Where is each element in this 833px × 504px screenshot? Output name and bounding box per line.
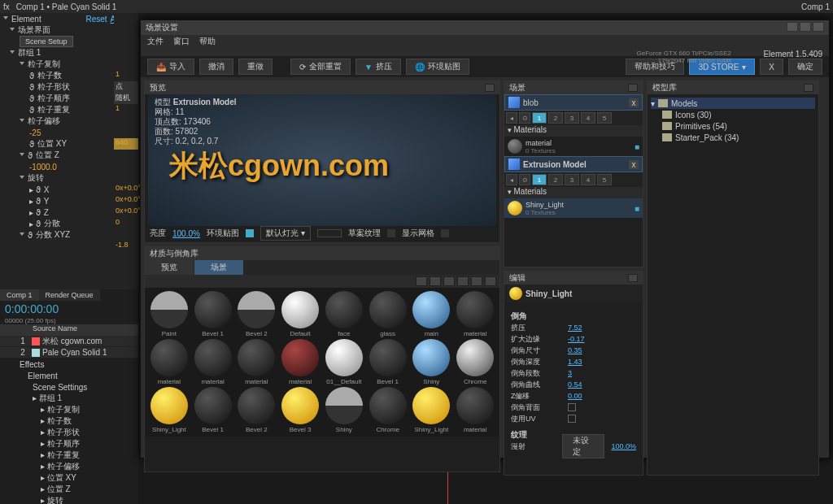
p-order[interactable]: 粒子顺序	[37, 93, 70, 104]
model-folder[interactable]: Primitives (54)	[651, 120, 815, 132]
scene-setup-button[interactable]: Scene Setup	[20, 36, 73, 47]
ry-val[interactable]: 0x+0.0°	[114, 195, 138, 206]
ok-button[interactable]: 确定	[788, 59, 822, 75]
material-item[interactable]: material	[148, 339, 190, 385]
prop-value[interactable]: -0.17	[568, 335, 585, 343]
pos-z-value[interactable]: -1000.0	[29, 163, 57, 172]
model-folder[interactable]: Starter_Pack (34)	[651, 132, 815, 143]
material-item[interactable]: material	[454, 291, 496, 337]
material-item[interactable]: Bevel 1	[367, 339, 409, 385]
extrude-button[interactable]: ▼挤压	[355, 59, 401, 75]
diffuse-dropdown[interactable]: 未设定	[562, 434, 605, 458]
material-item[interactable]: material	[236, 339, 278, 385]
material-item[interactable]: Bevel 2	[236, 291, 278, 337]
grid-checkbox[interactable]	[441, 229, 449, 237]
group-slot-1[interactable]: 1	[532, 174, 547, 185]
tl-prop[interactable]: ▸ 粒子数	[0, 415, 138, 427]
porder-val[interactable]: 随机	[114, 93, 138, 104]
p-repeat[interactable]: 粒子重复	[37, 104, 70, 115]
tl-prop[interactable]: ▸ 粒子形状	[0, 427, 138, 438]
prop-value[interactable]: 1.43	[568, 358, 582, 366]
use-uv-check[interactable]	[568, 415, 576, 423]
material-item[interactable]: Chrome	[454, 339, 496, 385]
scene-obj-extrusion[interactable]: Extrusion Modelx	[504, 156, 643, 172]
scale-xyz[interactable]: 分数 XYZ	[36, 229, 70, 241]
tl-element[interactable]: Element	[28, 371, 58, 380]
layer-row[interactable]: 1米松 cgown.com	[0, 336, 138, 347]
pcount-val[interactable]: 1	[114, 70, 138, 81]
posxy-val[interactable]: 640	[114, 138, 138, 150]
prop-value[interactable]: 0.35	[568, 346, 582, 354]
menu-window[interactable]: 窗口	[173, 36, 190, 47]
material-item[interactable]: Shiny_Light	[148, 387, 190, 433]
group-slot-2[interactable]: 2	[548, 112, 563, 124]
tl-prop[interactable]: ▸ 群组 1	[0, 393, 138, 404]
prop-value[interactable]: 3	[568, 369, 572, 377]
effect-name[interactable]: Element	[11, 15, 41, 24]
tl-prop[interactable]: ▸ 位置 XY	[0, 472, 138, 484]
models-root[interactable]: ▾Models	[651, 98, 815, 109]
slot-tool[interactable]: ⊙	[519, 174, 530, 185]
panel-collapse[interactable]	[485, 84, 495, 92]
slot-tool[interactable]: ⊙	[519, 112, 530, 124]
material-item[interactable]: Bevel 1	[192, 291, 234, 337]
tl-render-queue[interactable]: Render Queue	[39, 289, 100, 301]
tl-prop[interactable]: ▸ 粒子重复	[0, 450, 138, 461]
material-item[interactable]: glass	[367, 291, 409, 337]
ext-close[interactable]: x	[629, 160, 639, 169]
material-item[interactable]: Bevel 2	[236, 387, 278, 433]
rot-y[interactable]: Y	[44, 197, 50, 206]
rot-z[interactable]: Z	[44, 208, 49, 217]
scene-collapse[interactable]	[628, 84, 638, 92]
light-dropdown[interactable]: 默认灯光 ▾	[260, 226, 311, 241]
menu-file[interactable]: 文件	[147, 36, 164, 47]
p-count[interactable]: 粒子数	[37, 70, 62, 81]
x-button[interactable]: X	[760, 59, 783, 75]
material-item[interactable]: Shiny_Light	[411, 387, 453, 433]
mat-tool-2[interactable]	[430, 276, 441, 286]
scale-val[interactable]: -1.8	[114, 241, 138, 252]
tl-comp-tab[interactable]: Comp 1	[0, 289, 39, 301]
slot-tool[interactable]: ◂	[506, 174, 517, 185]
group-slot-2[interactable]: 2	[548, 174, 563, 185]
group-slot-5[interactable]: 5	[597, 174, 612, 185]
prepeat-val[interactable]: 1	[114, 104, 138, 115]
wire-checkbox[interactable]	[387, 229, 395, 237]
material-item[interactable]: material	[192, 339, 234, 385]
models-collapse[interactable]	[804, 84, 813, 92]
mat-tool-5[interactable]	[471, 276, 482, 286]
env-button[interactable]: 🌐环境贴图	[406, 59, 469, 75]
slot-tool[interactable]: ◂	[506, 112, 517, 124]
pos-z[interactable]: 位置 Z	[36, 150, 59, 161]
mat-tab-preview[interactable]: 预览	[145, 260, 194, 275]
material-item[interactable]: Paint	[148, 291, 190, 337]
scatter[interactable]: 分散	[44, 218, 60, 229]
mat-section-2[interactable]: Materials	[514, 187, 547, 196]
material-item[interactable]: Bevel 1	[192, 387, 234, 433]
rz-val[interactable]: 0x+0.0°	[114, 206, 138, 218]
timecode[interactable]: 0:00:00:00	[0, 301, 138, 317]
window-min[interactable]	[787, 22, 798, 32]
prop-value[interactable]: 7.52	[568, 324, 582, 332]
rot-x[interactable]: X	[44, 185, 50, 194]
color-swatch[interactable]	[317, 229, 342, 237]
back-bevel-check[interactable]	[568, 403, 576, 411]
mat-section-1[interactable]: Materials	[514, 125, 547, 134]
tl-prop[interactable]: ▸ 旋转	[0, 495, 138, 504]
group-slot-5[interactable]: 5	[597, 112, 612, 124]
tl-prop[interactable]: ▸ 粒子复制	[0, 404, 138, 415]
menu-help[interactable]: 帮助	[199, 36, 216, 47]
group-1[interactable]: 群组 1	[18, 47, 41, 59]
pshape-val[interactable]: 点	[114, 81, 138, 93]
mat-tool-6[interactable]	[485, 276, 496, 286]
material-item[interactable]: face	[323, 291, 365, 337]
group-slot-4[interactable]: 4	[581, 174, 595, 185]
pos-xy[interactable]: 位置 XY	[37, 138, 67, 150]
comp-tab[interactable]: Comp 1	[801, 2, 830, 11]
offset-value[interactable]: -25	[29, 128, 41, 137]
undo-button[interactable]: 撤消	[199, 59, 233, 75]
group-slot-3[interactable]: 3	[565, 174, 579, 185]
tl-prop[interactable]: ▸ 粒子偏移	[0, 461, 138, 472]
edit-collapse[interactable]	[628, 274, 638, 282]
group-slot-3[interactable]: 3	[565, 112, 579, 124]
